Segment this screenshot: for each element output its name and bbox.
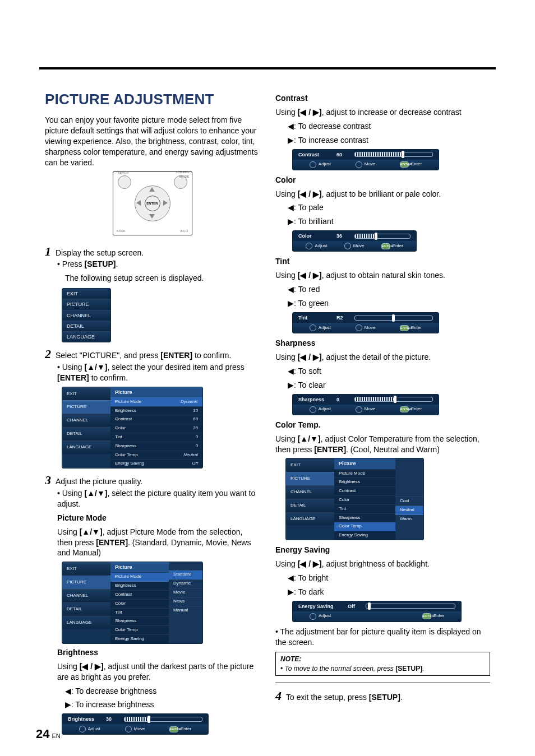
adjust-icon <box>310 406 316 413</box>
osd-picture-mode-table: EXIT PICTURE CHANNEL DETAIL LANGUAGE Pic… <box>62 562 203 644</box>
adjust-icon <box>306 243 312 249</box>
remote-up-icon <box>149 187 155 192</box>
step-2: 2 Select "PICTURE", and press [ENTER] to… <box>45 348 260 361</box>
osd-color-bar: Color36 Adjust Move ENTEREnter <box>292 230 417 252</box>
remote-illustration: SETUP SCREEN MODE ENTER BACK INFO <box>113 171 192 235</box>
tint-heading: Tint <box>275 256 490 267</box>
colortemp-heading: Color Temp. <box>275 420 490 430</box>
step-2-text: Select "PICTURE", and press [ENTER] to c… <box>56 350 231 361</box>
step-2-number: 2 <box>45 348 51 360</box>
color-pale: ◀: To pale <box>288 202 490 213</box>
osd-colortemp-table: EXIT PICTURE CHANNEL DETAIL LANGUAGE Pic… <box>285 458 424 540</box>
contrast-inc: ▶: To increase contrast <box>288 135 490 146</box>
sharpness-clear: ▶: To clear <box>288 380 490 391</box>
enter-icon: ENTER <box>400 161 409 168</box>
energy-text: Using [◀ / ▶], adjust brightness of back… <box>275 559 490 569</box>
energy-bright: ◀: To bright <box>288 573 490 583</box>
step-1-text: Display the setup screen. <box>56 248 144 258</box>
osd-picture-table: EXIT PICTURE CHANNEL DETAIL LANGUAGE Pic… <box>62 387 203 469</box>
picture-mode-text: Using [▲/▼], adjust Picture Mode from th… <box>57 527 260 559</box>
tint-text: Using [◀ / ▶], adjust to obtain natural … <box>275 270 490 281</box>
osd-energy-bar: Energy SavingOff Adjust ENTEREnter <box>292 601 462 622</box>
remote-setup-label: SETUP <box>118 171 129 175</box>
contrast-dec: ◀: To decrease contrast <box>288 121 490 132</box>
brightness-heading: Brightness <box>57 647 260 658</box>
adjust-icon <box>79 726 86 732</box>
adjust-icon <box>310 613 316 620</box>
move-icon <box>344 243 351 249</box>
enter-icon: ENTER <box>400 406 409 412</box>
osd-tint-bar: TintR2 Adjust Move ENTEREnter <box>292 312 439 333</box>
sharpness-heading: Sharpness <box>275 338 490 349</box>
move-icon <box>356 406 362 413</box>
picture-settings-grid: Picture ModeDynamic Brightness30 Contras… <box>110 397 202 468</box>
move-icon <box>125 726 132 732</box>
contrast-heading: Contrast <box>275 93 490 104</box>
section-divider <box>275 683 490 683</box>
step-3: 3 Adjust the picture quality. <box>45 474 260 487</box>
adjust-icon <box>310 324 316 331</box>
enter-icon: ENTER <box>400 325 409 331</box>
step-2-bullet: • Using [▲/▼], select the your desired i… <box>57 362 260 383</box>
color-text: Using [◀ / ▶], adjust to be brilliant or… <box>275 189 490 200</box>
menu-language: LANGUAGE <box>62 331 110 342</box>
adjust-icon <box>310 161 316 168</box>
colortemp-text: Using [▲/▼], adjust Color Temperature fr… <box>275 434 490 455</box>
energy-heading: Energy Saving <box>275 545 490 555</box>
remote-enter-button: ENTER <box>145 196 160 211</box>
note-body: • To move to the normal screen, press [S… <box>280 664 485 673</box>
energy-dark: ▶: To dark <box>288 587 490 597</box>
remote-back-label: BACK <box>117 229 126 233</box>
enter-icon: ENTER <box>381 243 390 249</box>
osd-sharpness-bar: Sharpness0 Adjust Move ENTEREnter <box>292 394 439 415</box>
osd-contrast-bar: Contrast60 Adjust Move ENTEREnter <box>292 149 439 170</box>
osd-setup-menu: EXIT PICTURE CHANNEL DETAIL LANGUAGE <box>62 288 111 342</box>
color-brilliant: ▶: To brilliant <box>288 216 490 227</box>
step-4: 4 To exit the setup, press [SETUP]. <box>275 690 490 703</box>
remote-setup-button <box>118 175 131 189</box>
sharpness-text: Using [◀ / ▶], adjust the detail of the … <box>275 352 490 363</box>
menu-detail: DETAIL <box>62 321 110 331</box>
contrast-text: Using [◀ / ▶], adjust to increase or dec… <box>275 107 490 118</box>
brightness-dec: ◀: To decrease brightness <box>65 686 260 697</box>
page-title: PICTURE ADJUSTMENT <box>45 90 260 109</box>
move-icon <box>356 324 362 331</box>
step-3-bullet: • Using [▲/▼], select the picture qualit… <box>57 488 260 509</box>
move-icon <box>356 161 362 168</box>
step-1-bullet-1: • Press [SETUP]. <box>57 259 260 270</box>
right-column: Contrast Using [◀ / ▶], adjust to increa… <box>275 90 490 739</box>
remote-down-icon <box>149 214 155 219</box>
brightness-inc: ▶: To increase brightness <box>65 699 260 710</box>
page-number: 24EN <box>36 726 61 743</box>
enter-icon: ENTER <box>422 613 431 619</box>
step-1: 1 Display the setup screen. <box>45 245 260 258</box>
menu-exit: EXIT <box>62 289 110 299</box>
remote-right-icon <box>163 200 168 206</box>
enter-icon: ENTER <box>169 726 178 732</box>
step-1-bullet-2: The following setup screen is displayed. <box>65 273 260 284</box>
note-heading: NOTE: <box>280 655 485 664</box>
left-column: PICTURE ADJUSTMENT You can enjoy your fa… <box>45 90 260 739</box>
step-3-number: 3 <box>45 474 51 486</box>
energy-note: • The adjustment bar for picture quality… <box>275 627 490 648</box>
remote-info-label: INFO <box>180 229 188 233</box>
remote-left-icon <box>136 200 141 206</box>
color-heading: Color <box>275 175 490 185</box>
osd-brightness-bar: Brightness 30 Adjust Move ENTEREnter <box>62 713 209 735</box>
picture-mode-heading: Picture Mode <box>57 513 260 523</box>
tint-red: ◀: To red <box>288 284 490 295</box>
step-4-number: 4 <box>275 690 282 702</box>
menu-picture: PICTURE <box>62 299 110 309</box>
header-rule <box>39 67 496 69</box>
step-1-number: 1 <box>45 245 51 258</box>
tint-green: ▶: To green <box>288 298 490 309</box>
step-4-text: To exit the setup, press [SETUP]. <box>286 692 403 703</box>
brightness-text: Using [◀ / ▶], adjust until the darkest … <box>57 661 260 683</box>
remote-screen-label: SCREEN MODE <box>173 170 190 179</box>
intro-text: You can enjoy your favorite picture mode… <box>45 115 260 168</box>
note-box: NOTE: • To move to the normal screen, pr… <box>275 652 490 675</box>
step-3-text: Adjust the picture quality. <box>56 476 142 487</box>
menu-channel: CHANNEL <box>62 310 110 321</box>
sharpness-soft: ◀: To soft <box>288 366 490 377</box>
